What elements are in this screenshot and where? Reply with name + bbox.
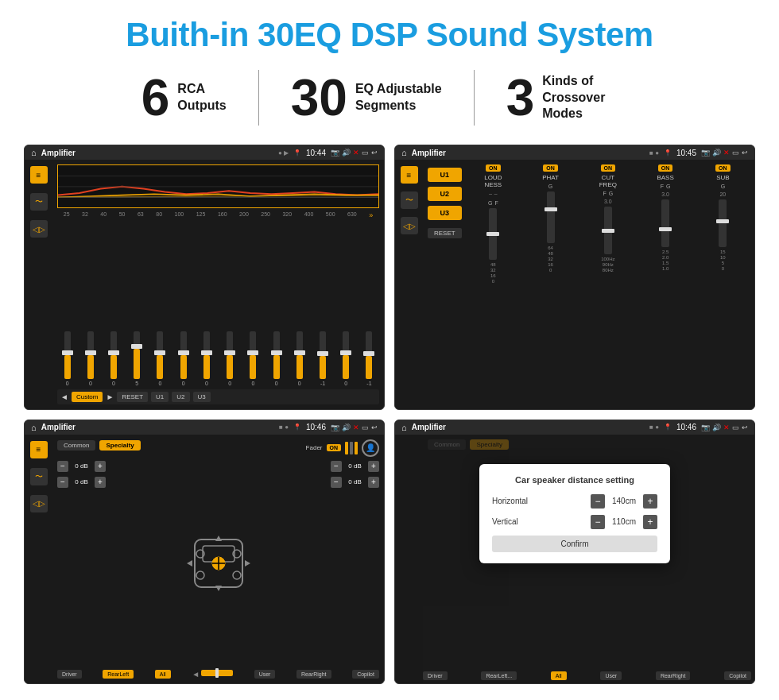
user-btn[interactable]: User xyxy=(254,670,276,679)
eq-slider-5[interactable]: 0 xyxy=(150,331,170,386)
status-icons-4: 📷 🔊 ✕ ▭ ↩ xyxy=(701,423,748,431)
location-icon-1: 📍 xyxy=(293,149,301,157)
status-bar-1: ⌂ Amplifier ● ▶ 📍 10:44 📷 🔊 ✕ ▭ ↩ xyxy=(25,145,384,160)
eq-slider-2[interactable]: 0 xyxy=(80,331,100,386)
u1-btn-eq[interactable]: U1 xyxy=(151,392,169,402)
eq-slider-1[interactable]: 0 xyxy=(57,331,77,386)
db-plus-3[interactable]: + xyxy=(368,461,379,472)
home-icon-3[interactable]: ⌂ xyxy=(31,423,37,432)
rec-dots-1: ● ▶ xyxy=(278,149,289,157)
fader-main: Common Specialty Fader ON xyxy=(52,435,384,684)
back-icon-2: ↩ xyxy=(742,149,748,157)
vertical-plus[interactable]: + xyxy=(643,515,657,529)
db-minus-2[interactable]: − xyxy=(57,477,68,488)
eq-sidebar-icon-1[interactable]: ≡ xyxy=(30,166,48,184)
reset-cross[interactable]: RESET xyxy=(428,228,462,238)
reset-btn-eq[interactable]: RESET xyxy=(117,392,148,402)
dist-copilot-btn[interactable]: Copilot xyxy=(724,671,751,680)
dist-user-btn[interactable]: User xyxy=(600,671,622,680)
stat-rca: 6 RCAOutputs xyxy=(110,72,258,123)
next-icon[interactable]: ► xyxy=(106,393,114,401)
eq-slider-13[interactable]: 0 xyxy=(336,331,356,386)
db-minus-3[interactable]: − xyxy=(331,461,342,472)
confirm-button[interactable]: Confirm xyxy=(492,536,657,552)
window-icon-3: ▭ xyxy=(362,423,369,431)
page-container: Buith-in 30EQ DSP Sound System 6 RCAOutp… xyxy=(0,0,779,700)
phat-slider[interactable] xyxy=(547,191,555,243)
eq-slider-7[interactable]: 0 xyxy=(196,331,216,386)
all-btn[interactable]: All xyxy=(155,670,171,679)
fader-sidebar-icon-1[interactable]: ≡ xyxy=(30,441,48,458)
db-plus-4[interactable]: + xyxy=(368,477,379,488)
db-minus-1[interactable]: − xyxy=(57,461,68,472)
dist-rearright-btn[interactable]: RearRight xyxy=(656,671,691,680)
db-plus-1[interactable]: + xyxy=(95,461,106,472)
dist-all-btn[interactable]: All xyxy=(551,671,567,680)
dialog-title: Car speaker distance setting xyxy=(492,475,657,485)
db-plus-2[interactable]: + xyxy=(95,477,106,488)
svg-marker-14 xyxy=(215,536,222,541)
volume-icon-1: 🔊 xyxy=(342,149,351,157)
dist-rearleft-btn[interactable]: RearLeft... xyxy=(481,671,517,680)
vertical-minus[interactable]: − xyxy=(591,515,605,529)
cross-sidebar-icon-1[interactable]: ≡ xyxy=(401,166,418,184)
fader-body: − 0 dB + − 0 dB + xyxy=(57,461,379,667)
on-bass[interactable]: ON xyxy=(658,164,673,172)
main-title: Buith-in 30EQ DSP Sound System xyxy=(126,16,653,54)
copilot-btn[interactable]: Copilot xyxy=(352,670,379,679)
u2-btn-eq[interactable]: U2 xyxy=(172,392,189,402)
u2-preset[interactable]: U2 xyxy=(428,187,462,201)
db-control-4: − 0 dB + xyxy=(331,477,379,488)
cross-sidebar-icon-2[interactable]: 〜 xyxy=(401,191,418,209)
fader-sidebar-icon-2[interactable]: 〜 xyxy=(30,468,48,485)
fader-sidebar-icon-3[interactable]: ◁▷ xyxy=(30,495,48,512)
rearleft-btn[interactable]: RearLeft xyxy=(103,670,134,679)
cutfreq-slider[interactable] xyxy=(604,207,612,254)
u3-btn-eq[interactable]: U3 xyxy=(193,392,211,402)
eq-slider-6[interactable]: 0 xyxy=(173,331,193,386)
on-phat[interactable]: ON xyxy=(543,164,558,172)
status-bar-2: ⌂ Amplifier ■ ● 📍 10:45 📷 🔊 ✕ ▭ ↩ xyxy=(395,145,754,160)
eq-sidebar-icon-2[interactable]: 〜 xyxy=(30,193,48,211)
prev-icon[interactable]: ◄ xyxy=(60,393,68,401)
back-icon-1: ↩ xyxy=(371,149,378,157)
u3-preset[interactable]: U3 xyxy=(428,206,462,220)
u1-preset[interactable]: U1 xyxy=(428,168,462,182)
sub-slider[interactable] xyxy=(719,199,727,247)
home-icon-4[interactable]: ⌂ xyxy=(401,423,407,432)
fader-on-badge[interactable]: ON xyxy=(327,444,342,451)
db-minus-4[interactable]: − xyxy=(331,477,342,488)
fader-slider-bottom[interactable] xyxy=(201,670,233,676)
home-icon-2[interactable]: ⌂ xyxy=(401,148,407,157)
custom-btn[interactable]: Custom xyxy=(72,392,103,402)
svg-point-10 xyxy=(233,571,241,579)
driver-btn[interactable]: Driver xyxy=(57,670,82,679)
horizontal-minus[interactable]: − xyxy=(591,494,605,509)
loudness-slider[interactable] xyxy=(489,208,497,260)
eq-sidebar-icon-3[interactable]: ◁▷ xyxy=(30,220,48,238)
status-icons-2: 📷 🔊 ✕ ▭ ↩ xyxy=(701,149,748,157)
eq-slider-14[interactable]: -1 xyxy=(359,331,379,386)
cross-channels: ON LOUDNESS ~ ~ GF xyxy=(467,164,750,404)
profile-icon[interactable]: 👤 xyxy=(362,439,379,457)
eq-slider-12[interactable]: -1 xyxy=(312,331,332,386)
cross-sidebar-icon-3[interactable]: ◁▷ xyxy=(401,217,418,234)
eq-slider-4[interactable]: 5 xyxy=(127,331,147,386)
home-icon-1[interactable]: ⌂ xyxy=(31,148,37,157)
on-loudness[interactable]: ON xyxy=(486,164,501,172)
eq-slider-8[interactable]: 0 xyxy=(220,331,240,386)
eq-slider-9[interactable]: 0 xyxy=(243,331,263,386)
on-sub[interactable]: ON xyxy=(715,164,731,172)
rearright-btn[interactable]: RearRight xyxy=(296,670,331,679)
svg-marker-15 xyxy=(215,586,222,591)
specialty-tab[interactable]: Specialty xyxy=(99,440,140,451)
common-tab[interactable]: Common xyxy=(57,440,95,451)
dist-driver-btn[interactable]: Driver xyxy=(423,671,448,680)
eq-slider-10[interactable]: 0 xyxy=(266,331,286,386)
fader-right-controls: − 0 dB + − 0 dB + xyxy=(331,461,379,667)
on-cutfreq[interactable]: ON xyxy=(601,164,616,172)
eq-slider-3[interactable]: 0 xyxy=(103,331,123,386)
eq-slider-11[interactable]: 0 xyxy=(289,331,309,386)
horizontal-plus[interactable]: + xyxy=(643,494,657,509)
bass-slider[interactable] xyxy=(661,199,669,247)
